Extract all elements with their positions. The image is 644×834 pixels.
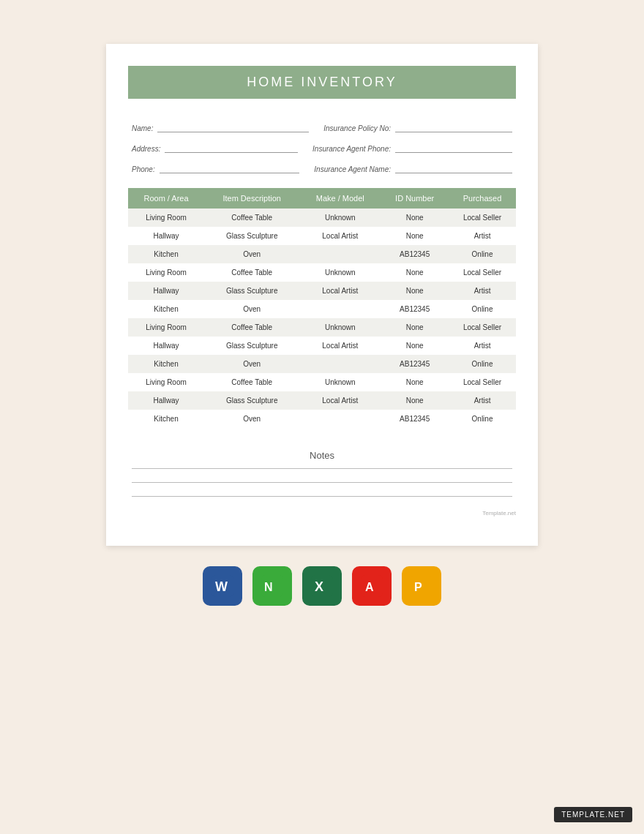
table-cell (299, 245, 381, 263)
table-row: Living RoomCoffee TableUnknownNoneLocal … (128, 263, 516, 282)
table-header-cell: Item Description (204, 188, 299, 209)
table-cell: Kitchen (128, 300, 204, 318)
template-net-badge: TEMPLATE.NET (554, 807, 632, 822)
table-cell: Living Room (128, 318, 204, 337)
table-row: Living RoomCoffee TableUnknownNoneLocal … (128, 373, 516, 391)
table-cell: Local Seller (449, 373, 516, 391)
insurance-policy-label: Insurance Policy No: (323, 124, 391, 132)
table-cell: None (381, 373, 449, 391)
table-cell: Unknown (299, 209, 381, 227)
table-cell: Artist (449, 391, 516, 410)
table-cell: Kitchen (128, 245, 204, 263)
table-cell: Hallway (128, 227, 204, 245)
table-cell: Glass Sculpture (204, 227, 299, 245)
table-cell: Local Seller (449, 318, 516, 337)
table-header-cell: Room / Area (128, 188, 204, 209)
form-row-1: Name: Insurance Policy No: (132, 121, 512, 132)
address-label: Address: (132, 145, 160, 153)
table-cell: Living Room (128, 209, 204, 227)
app-icons-row: W N X A P (203, 566, 441, 606)
table-cell: Oven (204, 355, 299, 373)
table-cell: Local Artist (299, 282, 381, 300)
acrobat-icon[interactable]: A (352, 566, 392, 606)
name-field: Name: (132, 121, 309, 132)
table-cell: AB12345 (381, 410, 449, 428)
table-cell: AB12345 (381, 300, 449, 318)
table-cell: Kitchen (128, 410, 204, 428)
phone-input-line[interactable] (160, 162, 300, 173)
table-header-cell: Purchased (449, 188, 516, 209)
address-input-line[interactable] (165, 141, 298, 153)
table-cell: Unknown (299, 263, 381, 282)
excel-icon[interactable]: X (302, 566, 342, 606)
table-cell: Local Seller (449, 263, 516, 282)
table-header-row: Room / AreaItem DescriptionMake / ModelI… (128, 188, 516, 209)
template-watermark: Template.net (128, 510, 516, 516)
table-cell: Artist (449, 227, 516, 245)
table-cell (299, 410, 381, 428)
table-cell: AB12345 (381, 245, 449, 263)
svg-text:X: X (315, 579, 323, 594)
table-row: Living RoomCoffee TableUnknownNoneLocal … (128, 318, 516, 337)
insurance-policy-input-line[interactable] (395, 121, 512, 132)
pages-icon[interactable]: P (402, 566, 441, 606)
table-cell: None (381, 391, 449, 410)
svg-text:P: P (414, 581, 422, 593)
table-cell: Living Room (128, 263, 204, 282)
table-cell: Online (449, 355, 516, 373)
table-cell: Local Artist (299, 227, 381, 245)
name-input-line[interactable] (157, 121, 309, 132)
insurance-agent-name-input-line[interactable] (395, 162, 512, 173)
word-icon[interactable]: W (203, 566, 242, 606)
table-cell: Online (449, 245, 516, 263)
table-cell: Unknown (299, 373, 381, 391)
phone-field: Phone: (132, 162, 299, 173)
insurance-agent-name-label: Insurance Agent Name: (314, 165, 391, 173)
table-cell: Hallway (128, 391, 204, 410)
table-row: KitchenOvenAB12345Online (128, 245, 516, 263)
notes-line-3 (132, 496, 512, 497)
table-row: KitchenOvenAB12345Online (128, 300, 516, 318)
insurance-policy-field: Insurance Policy No: (323, 121, 512, 132)
notes-line-1 (132, 468, 512, 469)
form-row-2: Address: Insurance Agent Phone: (132, 141, 512, 153)
insurance-agent-name-field: Insurance Agent Name: (314, 162, 512, 173)
svg-text:N: N (264, 581, 273, 593)
table-cell: Artist (449, 282, 516, 300)
table-cell: Oven (204, 300, 299, 318)
table-header: Room / AreaItem DescriptionMake / ModelI… (128, 188, 516, 209)
table-cell: None (381, 263, 449, 282)
table-cell: Local Artist (299, 391, 381, 410)
table-row: HallwayGlass SculptureLocal ArtistNoneAr… (128, 227, 516, 245)
table-cell: Unknown (299, 318, 381, 337)
table-row: HallwayGlass SculptureLocal ArtistNoneAr… (128, 282, 516, 300)
svg-text:A: A (365, 581, 374, 593)
table-cell: Glass Sculpture (204, 337, 299, 355)
svg-text:W: W (215, 579, 228, 594)
table-cell: AB12345 (381, 355, 449, 373)
table-row: KitchenOvenAB12345Online (128, 410, 516, 428)
table-cell: Coffee Table (204, 209, 299, 227)
table-cell: Oven (204, 245, 299, 263)
insurance-agent-phone-input-line[interactable] (395, 141, 512, 153)
form-row-3: Phone: Insurance Agent Name: (132, 162, 512, 173)
table-row: KitchenOvenAB12345Online (128, 355, 516, 373)
table-cell: Kitchen (128, 355, 204, 373)
document-title: HOME INVENTORY (128, 66, 516, 99)
insurance-agent-phone-label: Insurance Agent Phone: (312, 145, 391, 153)
table-row: HallwayGlass SculptureLocal ArtistNoneAr… (128, 337, 516, 355)
table-body: Living RoomCoffee TableUnknownNoneLocal … (128, 209, 516, 428)
form-section: Name: Insurance Policy No: Address: Insu… (128, 121, 516, 173)
notes-title: Notes (132, 450, 512, 461)
table-cell: Online (449, 300, 516, 318)
table-cell: Coffee Table (204, 373, 299, 391)
table-cell: Local Artist (299, 337, 381, 355)
table-cell: Living Room (128, 373, 204, 391)
table-cell: None (381, 209, 449, 227)
table-cell: Artist (449, 337, 516, 355)
table-row: HallwayGlass SculptureLocal ArtistNoneAr… (128, 391, 516, 410)
numbers-icon[interactable]: N (252, 566, 292, 606)
insurance-agent-phone-field: Insurance Agent Phone: (312, 141, 512, 153)
table-cell: Coffee Table (204, 263, 299, 282)
table-cell: Hallway (128, 337, 204, 355)
